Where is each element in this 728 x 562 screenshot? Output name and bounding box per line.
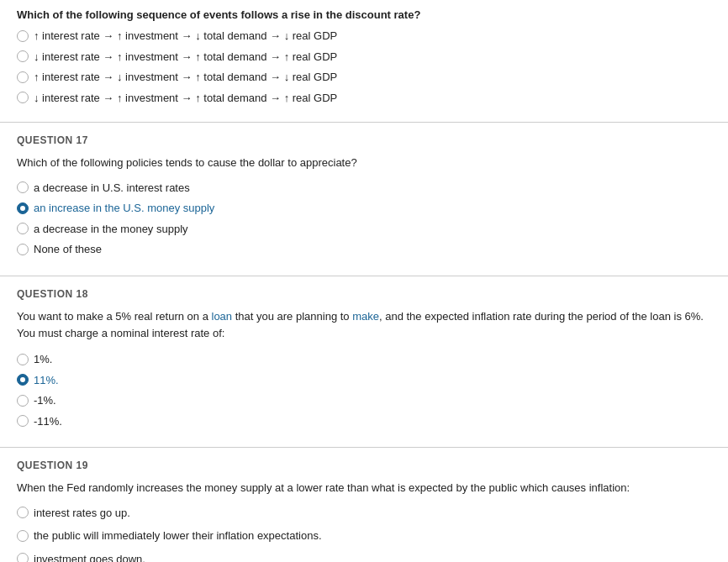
question-18-header: QUESTION 18	[17, 288, 711, 300]
option-text: a decrease in the money supply	[34, 221, 188, 238]
radio-button[interactable]	[17, 530, 29, 542]
list-item: the public will immediately lower their …	[17, 528, 711, 544]
list-item: a decrease in U.S. interest rates	[17, 180, 711, 197]
top-question-text: Which of the following sequence of event…	[17, 8, 711, 21]
list-item: 11%.	[17, 372, 711, 389]
option-text: interest rates go up.	[34, 505, 130, 522]
option-text: ↑ interest rate → ↓ investment → ↑ total…	[34, 69, 337, 86]
radio-button[interactable]	[17, 181, 29, 193]
list-item: -1%.	[17, 392, 711, 409]
radio-button[interactable]	[17, 223, 29, 234]
radio-button[interactable]	[17, 507, 29, 518]
list-item: -11%.	[17, 413, 711, 430]
question-17-text: Which of the following policies tends to…	[17, 155, 711, 171]
radio-button[interactable]	[17, 30, 29, 42]
question-18-block: QUESTION 18 You want to make a 5% real r…	[0, 276, 728, 449]
question-19-block: QUESTION 19 When the Fed randomly increa…	[0, 448, 728, 562]
radio-button-selected[interactable]	[17, 374, 29, 386]
q18-options-list: 1%. 11%. -1%. -11%.	[17, 351, 711, 429]
question-17-block: QUESTION 17 Which of the following polic…	[0, 123, 728, 276]
list-item: ↓ interest rate → ↑ investment → ↑ total…	[17, 49, 711, 66]
list-item: ↑ interest rate → ↓ investment → ↑ total…	[17, 69, 711, 86]
list-item: ↑ interest rate → ↑ investment → ↓ total…	[17, 28, 711, 45]
radio-button[interactable]	[17, 71, 29, 83]
question-18-text: You want to make a 5% real return on a l…	[17, 308, 711, 344]
q17-options-list: a decrease in U.S. interest rates an inc…	[17, 180, 711, 258]
radio-button[interactable]	[17, 92, 29, 103]
option-text: a decrease in U.S. interest rates	[34, 180, 190, 197]
link-make: make	[352, 310, 379, 323]
option-text: ↑ interest rate → ↑ investment → ↓ total…	[34, 28, 337, 45]
question-19-header: QUESTION 19	[17, 460, 711, 471]
option-text: the public will immediately lower their …	[34, 528, 322, 544]
radio-button[interactable]	[17, 553, 29, 562]
option-text: 1%.	[34, 351, 52, 368]
option-text: ↓ interest rate → ↑ investment → ↑ total…	[34, 49, 337, 66]
option-text: -1%.	[34, 392, 56, 409]
list-item: ↓ interest rate → ↑ investment → ↑ total…	[17, 90, 711, 107]
option-text: ↓ interest rate → ↑ investment → ↑ total…	[34, 90, 337, 107]
option-text: None of these	[34, 241, 102, 258]
list-item: interest rates go up.	[17, 505, 711, 522]
option-text: 11%.	[34, 372, 59, 389]
list-item: None of these	[17, 241, 711, 258]
list-item: an increase in the U.S. money supply	[17, 200, 711, 217]
top-question-block: Which of the following sequence of event…	[0, 0, 728, 123]
option-text: an increase in the U.S. money supply	[34, 200, 214, 217]
question-19-text: When the Fed randomly increases the mone…	[17, 480, 711, 496]
radio-button[interactable]	[17, 415, 29, 427]
option-text: -11%.	[34, 413, 62, 430]
radio-button[interactable]	[17, 395, 29, 407]
list-item: 1%.	[17, 351, 711, 368]
top-options-list: ↑ interest rate → ↑ investment → ↓ total…	[17, 28, 711, 106]
link-loan: loan	[212, 310, 233, 323]
list-item: investment goes down.	[17, 551, 711, 562]
question-17-header: QUESTION 17	[17, 134, 711, 146]
q19-options-list: interest rates go up. the public will im…	[17, 505, 711, 562]
radio-button[interactable]	[17, 50, 29, 62]
list-item: a decrease in the money supply	[17, 221, 711, 238]
radio-button[interactable]	[17, 244, 29, 255]
radio-button-selected[interactable]	[17, 202, 29, 214]
radio-button[interactable]	[17, 354, 29, 365]
option-text: investment goes down.	[34, 551, 145, 562]
